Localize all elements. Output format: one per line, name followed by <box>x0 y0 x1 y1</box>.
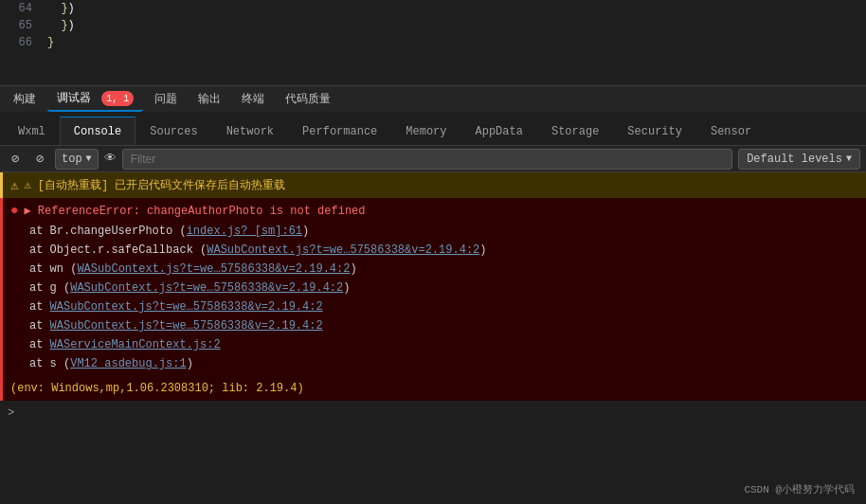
tab-appdata[interactable]: AppData <box>461 117 537 145</box>
code-content-64: }) <box>47 0 75 17</box>
line-number-65: 65 <box>0 17 47 34</box>
stop-button[interactable]: ⊘ <box>30 150 49 169</box>
error-line-3: at g (WASubContext.js?t=we…57586338&v=2.… <box>29 279 858 297</box>
code-line-66: 66 } <box>0 34 866 51</box>
toolbar-item-build[interactable]: 构建 <box>4 87 45 111</box>
tab-performance[interactable]: Performance <box>288 117 391 145</box>
levels-chevron: ▼ <box>846 153 852 164</box>
line-number-64: 64 <box>0 0 47 17</box>
input-line: > <box>0 401 866 425</box>
warn-icon: ⚠ <box>10 177 18 193</box>
devtools-tabs: Wxml Console Sources Network Performance… <box>0 112 866 146</box>
error-lines: at Br.changeUserPhoto (index.js? [sm]:61… <box>3 223 866 378</box>
code-content-65: }) <box>47 17 75 34</box>
error-line-7: at s (VM12 asdebug.js:1) <box>29 355 858 372</box>
tab-console[interactable]: Console <box>60 117 135 145</box>
error-link-0[interactable]: index.js? [sm]:61 <box>187 225 302 238</box>
tab-wxml[interactable]: Wxml <box>4 117 60 145</box>
error-line-0: at Br.changeUserPhoto (index.js? [sm]:61… <box>29 223 858 240</box>
clear-console-button[interactable]: ⊘ <box>6 150 25 169</box>
error-link-5[interactable]: WASubContext.js?t=we…57586338&v=2.19.4:2 <box>50 319 323 333</box>
error-title: ▶ ReferenceError: changeAuthorPhoto is n… <box>24 204 365 218</box>
input-prompt: > <box>8 406 14 420</box>
error-block: ● ▶ ReferenceError: changeAuthorPhoto is… <box>0 198 866 401</box>
error-badge: 1, 1 <box>101 91 134 106</box>
line-number-66: 66 <box>0 34 47 51</box>
code-content-66: } <box>47 34 54 51</box>
error-link-2[interactable]: WASubContext.js?t=we…57586338&v=2.19.4:2 <box>77 262 350 276</box>
toolbar-item-debugger[interactable]: 调试器 1, 1 <box>47 86 143 113</box>
error-link-6[interactable]: WAServiceMainContext.js:2 <box>50 338 221 351</box>
filter-input[interactable] <box>122 149 733 170</box>
toolbar-item-quality[interactable]: 代码质量 <box>276 87 340 111</box>
tab-storage[interactable]: Storage <box>537 117 613 145</box>
tab-sensor[interactable]: Sensor <box>696 117 766 145</box>
context-value: top <box>62 153 82 166</box>
console-toolbar: ⊘ ⊘ top ▼ 👁 Default levels ▼ <box>0 146 866 172</box>
warn-banner: ⚠ ⚠ [自动热重载] 已开启代码文件保存后自动热重载 <box>0 172 866 198</box>
eye-icon: 👁 <box>104 152 117 166</box>
tab-security[interactable]: Security <box>613 117 696 145</box>
error-expand-icon[interactable]: ● <box>10 203 18 218</box>
levels-dropdown[interactable]: Default levels ▼ <box>738 149 860 170</box>
error-line-1: at Object.r.safeCallback (WASubContext.j… <box>29 242 858 259</box>
error-link-4[interactable]: WASubContext.js?t=we…57586338&v=2.19.4:2 <box>50 300 323 314</box>
levels-label: Default levels <box>747 153 842 166</box>
error-link-7[interactable]: VM12 asdebug.js:1 <box>70 357 186 370</box>
env-line: (env: Windows,mp,1.06.2308310; lib: 2.19… <box>3 378 866 401</box>
code-line-64: 64 }) <box>0 0 866 17</box>
toolbar-row: 构建 调试器 1, 1 问题 输出 终端 代码质量 <box>0 85 866 112</box>
warn-message: ⚠ [自动热重载] 已开启代码文件保存后自动热重载 <box>24 177 285 193</box>
context-chevron: ▼ <box>86 153 92 164</box>
toolbar-item-output[interactable]: 输出 <box>189 87 230 111</box>
error-link-1[interactable]: WASubContext.js?t=we…57586338&v=2.19.4:2 <box>207 243 479 257</box>
error-line-5: at WASubContext.js?t=we…57586338&v=2.19.… <box>29 317 858 334</box>
context-selector[interactable]: top ▼ <box>55 149 99 170</box>
error-line-2: at wn (WASubContext.js?t=we…57586338&v=2… <box>29 261 858 278</box>
tab-memory[interactable]: Memory <box>391 117 460 145</box>
toolbar-item-terminal[interactable]: 终端 <box>232 87 274 111</box>
code-area: 64 }) 65 }) 66 } <box>0 0 866 85</box>
console-area: ⚠ ⚠ [自动热重载] 已开启代码文件保存后自动热重载 ● ▶ Referenc… <box>0 172 866 504</box>
tab-network[interactable]: Network <box>212 117 288 145</box>
code-line-65: 65 }) <box>0 17 866 34</box>
error-line-6: at WAServiceMainContext.js:2 <box>29 336 858 353</box>
error-link-3[interactable]: WASubContext.js?t=we…57586338&v=2.19.4:2 <box>70 281 343 295</box>
watermark: CSDN @小橙努力学代码 <box>744 482 855 496</box>
error-header: ● ▶ ReferenceError: changeAuthorPhoto is… <box>3 198 866 223</box>
error-line-4: at WASubContext.js?t=we…57586338&v=2.19.… <box>29 298 858 315</box>
tab-sources[interactable]: Sources <box>135 117 211 145</box>
toolbar-item-issues[interactable]: 问题 <box>145 87 187 111</box>
